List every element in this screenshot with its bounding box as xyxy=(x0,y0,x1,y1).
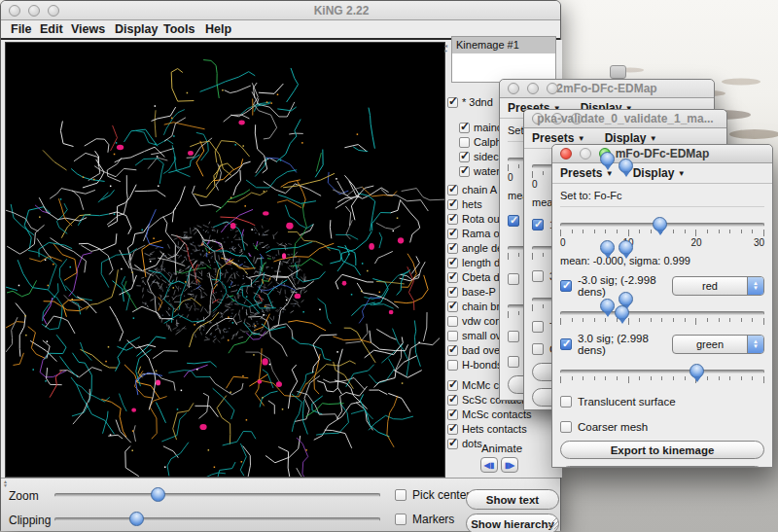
contour-checkbox[interactable]: ✓ xyxy=(532,219,544,231)
minimize-button[interactable] xyxy=(527,83,539,94)
menu-display[interactable]: Display ▼ xyxy=(633,166,686,180)
window-titlebar[interactable]: pka-validate_0_validate_1_ma... xyxy=(524,110,726,128)
tick-mark xyxy=(583,318,584,322)
tree-checkbox[interactable]: ✓ xyxy=(447,424,458,435)
tree-checkbox[interactable] xyxy=(447,316,458,327)
slider-thumb[interactable] xyxy=(600,299,615,313)
tick-mark xyxy=(729,376,730,380)
close-button[interactable] xyxy=(508,83,519,94)
tree-checkbox[interactable]: ✓ xyxy=(459,123,470,133)
splitter-arrows-icon[interactable]: ◂▸ xyxy=(444,44,447,53)
slider-thumb[interactable] xyxy=(690,364,704,378)
contour-checkbox[interactable]: ✓ xyxy=(560,280,572,292)
contour-checkbox[interactable]: ✓ xyxy=(508,215,519,227)
kinemage-list-item[interactable]: Kinemage #1 xyxy=(452,37,555,53)
menu-display[interactable]: Display ▼ xyxy=(605,131,657,145)
close-button[interactable] xyxy=(560,148,572,160)
tree-checkbox[interactable] xyxy=(447,331,458,341)
slider-track[interactable] xyxy=(560,370,764,373)
close-button[interactable] xyxy=(9,5,20,17)
zoom-button[interactable] xyxy=(547,83,558,94)
minimize-button[interactable] xyxy=(28,5,40,17)
tree-checkbox[interactable]: ✓ xyxy=(447,287,458,298)
tree-checkbox[interactable]: ✓ xyxy=(459,166,470,177)
slider-thumb[interactable] xyxy=(600,240,615,255)
tree-checkbox[interactable]: ✓ xyxy=(447,97,458,108)
slider-thumb[interactable] xyxy=(653,217,667,231)
coarser-mesh-label: Coarser mesh xyxy=(578,421,648,433)
animate-prev-button[interactable]: ◀▮ xyxy=(480,457,498,473)
export-to-kinemage-button[interactable]: Export to kinemage xyxy=(560,441,764,459)
slider-thumb[interactable] xyxy=(600,152,615,166)
contour-checkbox[interactable] xyxy=(508,273,519,285)
minimize-button[interactable] xyxy=(580,148,591,160)
slider-track[interactable] xyxy=(560,311,764,315)
tick-mark xyxy=(729,318,730,322)
minimize-button[interactable] xyxy=(551,113,563,124)
coarser-mesh-checkbox[interactable] xyxy=(560,421,572,433)
tree-checkbox[interactable]: ✓ xyxy=(447,301,458,312)
tree-checkbox[interactable]: ✓ xyxy=(447,199,458,210)
coarser-mesh-checkbox[interactable] xyxy=(508,356,519,368)
sigma-slider[interactable] xyxy=(560,311,764,325)
color-select[interactable]: red▲▼ xyxy=(672,276,764,296)
sigma-slider[interactable] xyxy=(560,370,764,383)
tree-checkbox[interactable]: ✓ xyxy=(447,243,458,254)
king-titlebar[interactable]: KiNG 2.22 xyxy=(1,1,560,20)
tree-checkbox[interactable]: ✓ xyxy=(447,380,458,391)
clipping-slider-thumb[interactable] xyxy=(129,512,144,526)
clipping-slider[interactable] xyxy=(54,517,380,521)
zoom-slider-thumb[interactable] xyxy=(151,487,165,502)
tree-checkbox[interactable] xyxy=(447,360,458,371)
window-titlebar[interactable]: 2mFo-DFc-EDMap xyxy=(500,80,714,98)
tree-checkbox[interactable]: ✓ xyxy=(459,152,470,162)
slider-thumb[interactable] xyxy=(619,292,633,306)
discard-this-map-button[interactable]: Discard this map xyxy=(560,466,764,468)
translucent-surface-checkbox[interactable] xyxy=(560,396,572,408)
tree-checkbox[interactable]: ✓ xyxy=(447,185,458,195)
close-button[interactable] xyxy=(532,113,544,124)
animate-next-button[interactable]: ▮▶ xyxy=(501,457,518,473)
show-text-button[interactable]: Show text xyxy=(466,489,559,510)
tree-checkbox[interactable]: ✓ xyxy=(447,258,458,268)
tree-checkbox[interactable]: ✓ xyxy=(447,409,458,420)
zoom-slider[interactable] xyxy=(54,493,380,497)
menu-edit[interactable]: Edit xyxy=(40,22,63,36)
slider-thumb[interactable] xyxy=(619,240,633,255)
kinemage-listbox[interactable]: Kinemage #1 xyxy=(451,36,556,83)
show-hierarchy-button[interactable]: Show hierarchy xyxy=(466,514,559,532)
clipping-slider-track[interactable] xyxy=(54,517,380,521)
contour-checkbox[interactable]: ✓ xyxy=(560,338,572,350)
resize-grip[interactable] xyxy=(548,518,558,529)
pick-center-checkbox[interactable] xyxy=(395,489,407,501)
contour-level-slider[interactable]: 0102030 xyxy=(560,223,764,248)
tree-checkbox[interactable]: ✓ xyxy=(447,272,458,283)
zoom-button[interactable] xyxy=(571,113,583,124)
window-titlebar[interactable]: mFo-DFc-EDMap xyxy=(552,145,772,163)
contour-checkbox[interactable] xyxy=(532,270,544,282)
menu-presets[interactable]: Presets ▼ xyxy=(532,131,585,145)
menu-file[interactable]: File xyxy=(11,22,32,36)
tree-checkbox[interactable]: ✓ xyxy=(447,214,458,225)
molecule-viewport[interactable] xyxy=(5,42,445,478)
menu-views[interactable]: Views xyxy=(71,22,105,36)
map-window-mfomap: mFo-DFc-EDMapPresets ▼Display ▼Set to: F… xyxy=(551,144,773,468)
molecule-canvas[interactable] xyxy=(6,43,444,477)
markers-checkbox[interactable] xyxy=(395,514,407,525)
translucent-surface-checkbox[interactable] xyxy=(532,321,544,333)
zoom-slider-track[interactable] xyxy=(54,493,380,497)
tree-checkbox[interactable]: ✓ xyxy=(447,229,458,239)
slider-thumb[interactable] xyxy=(619,159,633,173)
translucent-surface-checkbox[interactable] xyxy=(508,331,519,342)
tree-checkbox[interactable] xyxy=(459,137,470,148)
menu-help[interactable]: Help xyxy=(205,22,231,36)
menu-tools[interactable]: Tools xyxy=(163,22,194,36)
coarser-mesh-checkbox[interactable] xyxy=(532,343,544,355)
zoom-button[interactable] xyxy=(48,5,59,17)
tree-checkbox[interactable]: ✓ xyxy=(447,345,458,356)
tree-checkbox[interactable]: ✓ xyxy=(447,395,458,406)
color-select[interactable]: green▲▼ xyxy=(672,335,764,354)
menu-display[interactable]: Display xyxy=(115,22,158,36)
slider-thumb[interactable] xyxy=(615,305,629,320)
tree-label: Hets contacts xyxy=(462,423,527,435)
